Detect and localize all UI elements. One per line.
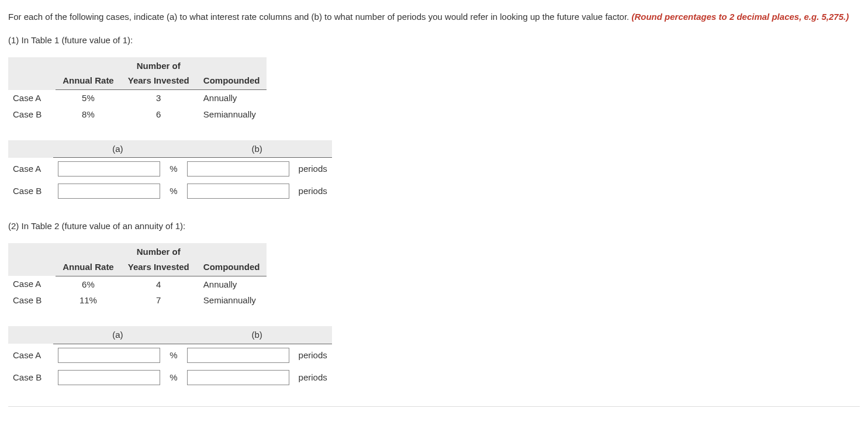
years-cell: 3	[121, 90, 196, 106]
compounded-cell: Semiannually	[196, 292, 267, 309]
part1-answer-table: (a) (b) Case A % periods Case B % period	[8, 140, 332, 203]
percent-unit: %	[165, 158, 182, 181]
instruction-text: For each of the following cases, indicat…	[8, 11, 860, 23]
case-label: Case B	[8, 366, 53, 389]
case-b-rate-input[interactable]	[58, 184, 160, 199]
case-a-periods-input[interactable]	[187, 348, 289, 363]
blank-header	[8, 243, 56, 258]
rate-input-cell	[53, 158, 165, 181]
part1-given-table: Number of Annual Rate Years Invested Com…	[8, 57, 267, 123]
blank-header	[196, 57, 267, 72]
col-b-header: (b)	[182, 140, 332, 158]
periods-unit: periods	[294, 180, 332, 202]
table-row: Case B 8% 6 Semiannually	[8, 106, 267, 123]
annual-rate-header: Annual Rate	[56, 258, 121, 276]
rate-cell: 5%	[56, 90, 121, 106]
periods-unit: periods	[294, 158, 332, 181]
periods-input-cell	[182, 366, 294, 389]
percent-unit: %	[165, 180, 182, 202]
blank-header	[8, 258, 56, 276]
compounded-cell: Semiannually	[196, 106, 267, 123]
case-label: Case A	[8, 276, 56, 292]
answer-row: Case A % periods	[8, 344, 332, 366]
case-b-periods-input[interactable]	[187, 370, 289, 385]
case-label: Case A	[8, 158, 53, 181]
compounded-cell: Annually	[196, 90, 267, 106]
number-of-header: Number of	[121, 243, 196, 258]
part2-answer-table: (a) (b) Case A % periods Case B % period	[8, 326, 332, 389]
blank-header	[56, 57, 121, 72]
compounded-header: Compounded	[196, 72, 267, 89]
years-cell: 4	[121, 276, 196, 292]
divider	[8, 406, 860, 407]
case-label: Case B	[8, 180, 53, 202]
case-a-periods-input[interactable]	[187, 161, 289, 177]
part2-given-table: Number of Annual Rate Years Invested Com…	[8, 243, 267, 309]
rate-input-cell	[53, 344, 165, 366]
periods-input-cell	[182, 344, 294, 366]
annual-rate-header: Annual Rate	[56, 72, 121, 89]
rate-cell: 11%	[56, 292, 121, 309]
years-invested-header: Years Invested	[121, 72, 196, 89]
years-invested-header: Years Invested	[121, 258, 196, 276]
case-b-rate-input[interactable]	[58, 370, 160, 385]
part2-label-text: (2) In Table 2 (future value of an annui…	[8, 221, 185, 231]
periods-unit: periods	[294, 366, 332, 389]
periods-input-cell	[182, 158, 294, 181]
years-cell: 7	[121, 292, 196, 309]
blank-header	[8, 140, 53, 158]
col-a-header: (a)	[53, 140, 182, 158]
percent-unit: %	[165, 366, 182, 389]
instruction-main: For each of the following cases, indicat…	[8, 12, 631, 22]
blank-header	[8, 72, 56, 89]
number-of-header: Number of	[121, 57, 196, 72]
periods-input-cell	[182, 180, 294, 202]
col-b-header: (b)	[182, 326, 332, 344]
case-label: Case B	[8, 292, 56, 309]
col-a-header: (a)	[53, 326, 182, 344]
case-label: Case A	[8, 90, 56, 106]
blank-header	[56, 243, 121, 258]
blank-header	[196, 243, 267, 258]
table-row: Case A 5% 3 Annually	[8, 90, 267, 106]
answer-row: Case B % periods	[8, 366, 332, 389]
compounded-cell: Annually	[196, 276, 267, 292]
blank-header	[8, 326, 53, 344]
rate-input-cell	[53, 180, 165, 202]
percent-unit: %	[165, 344, 182, 366]
blank-header	[8, 57, 56, 72]
case-label: Case A	[8, 344, 53, 366]
instruction-hint: (Round percentages to 2 decimal places, …	[631, 12, 849, 22]
table-row: Case A 6% 4 Annually	[8, 276, 267, 292]
case-a-rate-input[interactable]	[58, 348, 160, 363]
answer-row: Case A % periods	[8, 158, 332, 181]
part1-label-text: (1) In Table 1 (future value of 1):	[8, 35, 133, 45]
table-row: Case B 11% 7 Semiannually	[8, 292, 267, 309]
case-b-periods-input[interactable]	[187, 184, 289, 199]
part1-label: (1) In Table 1 (future value of 1):	[8, 34, 860, 47]
compounded-header: Compounded	[196, 258, 267, 276]
part2-label: (2) In Table 2 (future value of an annui…	[8, 220, 860, 233]
rate-cell: 8%	[56, 106, 121, 123]
periods-unit: periods	[294, 344, 332, 366]
years-cell: 6	[121, 106, 196, 123]
rate-input-cell	[53, 366, 165, 389]
case-a-rate-input[interactable]	[58, 161, 160, 177]
case-label: Case B	[8, 106, 56, 123]
answer-row: Case B % periods	[8, 180, 332, 202]
rate-cell: 6%	[56, 276, 121, 292]
